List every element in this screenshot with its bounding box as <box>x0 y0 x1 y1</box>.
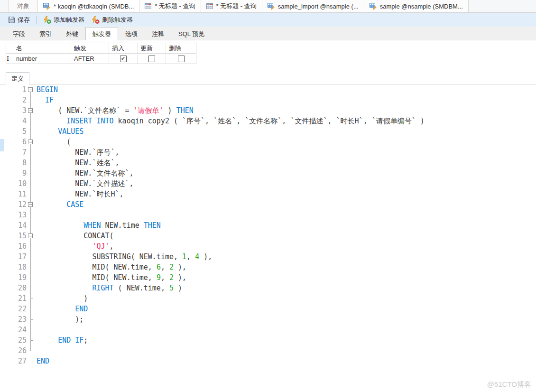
code-line[interactable]: 23 ); <box>0 314 536 325</box>
fold-marker[interactable] <box>27 293 35 304</box>
fold-marker[interactable] <box>27 199 35 210</box>
code-line[interactable]: 27END <box>0 356 536 366</box>
table-edit-icon <box>370 2 377 10</box>
code-text: MID( NEW.time, 9, 2 ), <box>37 272 186 283</box>
code-line[interactable]: 12 CASE <box>0 199 536 210</box>
update-checkbox[interactable] <box>148 56 155 62</box>
column-header-fires[interactable]: 触发 <box>71 43 109 53</box>
sql-code-editor[interactable]: 1BEGIN2 IF3 ( NEW.`文件名称` = '请假单' ) THEN4… <box>0 84 536 392</box>
tab-triggers[interactable]: 触发器 <box>85 27 118 40</box>
code-line[interactable]: 9 NEW.`文件名称`, <box>0 168 536 178</box>
fold-marker[interactable] <box>27 241 35 252</box>
save-button[interactable]: 保存 <box>5 14 33 26</box>
code-line[interactable]: 24 <box>0 325 536 335</box>
column-header-name[interactable]: 名 <box>13 43 71 53</box>
code-line[interactable]: 2 IF <box>0 95 536 105</box>
trigger-grid: 名 触发 插入 更新 删除 I number AFTER ✔ <box>6 43 196 64</box>
column-header-update[interactable]: 更新 <box>138 43 166 53</box>
code-line[interactable]: 1BEGIN <box>0 84 536 95</box>
tab-sql-preview[interactable]: SQL 预览 <box>171 27 212 40</box>
code-text: END IF; <box>37 335 88 345</box>
fold-marker[interactable] <box>27 231 35 241</box>
fold-marker[interactable] <box>27 314 35 325</box>
code-line[interactable]: 21 ) <box>0 293 536 304</box>
fold-marker[interactable] <box>27 272 35 283</box>
insert-checkbox[interactable]: ✔ <box>120 56 127 62</box>
trigger-timing-cell[interactable]: AFTER <box>71 54 109 64</box>
definition-tab-strip <box>0 72 536 84</box>
row-selector-cell[interactable]: I <box>6 54 13 64</box>
code-line[interactable]: 6 ( <box>0 137 536 147</box>
add-trigger-icon <box>43 16 51 24</box>
line-number: 3 <box>0 105 27 116</box>
fold-marker[interactable] <box>27 168 35 178</box>
tab-options[interactable]: 选项 <box>118 27 145 40</box>
doc-tab-6[interactable]: sample @nsample (SMDBM... <box>364 0 469 12</box>
code-line[interactable]: 4 INSERT INTO kaoqin_copy2 ( `序号`, `姓名`,… <box>0 116 536 126</box>
fold-marker[interactable] <box>27 210 35 220</box>
code-line[interactable]: 5 VALUES <box>0 126 536 137</box>
doc-tab-2[interactable]: * kaoqin @tdkaoqin (SMDB... <box>38 0 139 12</box>
fold-marker[interactable] <box>27 158 35 168</box>
fold-marker[interactable] <box>27 345 35 356</box>
code-line[interactable]: 8 NEW.`姓名`, <box>0 158 536 168</box>
fold-marker[interactable] <box>27 335 35 345</box>
doc-tab-4[interactable]: * 无标题 - 查询 <box>201 0 262 12</box>
fold-marker[interactable] <box>27 189 35 199</box>
left-panel-indicator <box>0 139 4 151</box>
code-line[interactable]: 11 NEW.`时长H`, <box>0 189 536 199</box>
fold-marker[interactable] <box>27 147 35 158</box>
fold-marker[interactable] <box>27 262 35 272</box>
query-icon <box>145 3 152 10</box>
code-line[interactable]: 3 ( NEW.`文件名称` = '请假单' ) THEN <box>0 105 536 116</box>
fold-marker[interactable] <box>27 137 35 147</box>
fold-marker[interactable] <box>27 304 35 314</box>
column-header-insert[interactable]: 插入 <box>109 43 138 53</box>
toolbar-separator <box>36 16 37 24</box>
code-line[interactable]: 19 MID( NEW.time, 9, 2 ), <box>0 272 536 283</box>
fold-marker[interactable] <box>27 252 35 262</box>
code-line[interactable]: 26 <box>0 345 536 356</box>
code-line[interactable]: 17 SUBSTRING( NEW.time, 1, 4 ), <box>0 252 536 262</box>
fold-marker[interactable] <box>27 84 35 95</box>
tab-foreign-keys[interactable]: 外键 <box>59 27 85 40</box>
line-number: 16 <box>0 241 27 252</box>
fold-marker[interactable] <box>27 283 35 293</box>
fold-marker[interactable] <box>27 178 35 189</box>
fold-marker[interactable] <box>27 126 35 137</box>
doc-tab-3[interactable]: * 无标题 - 查询 <box>139 0 201 12</box>
fold-marker[interactable] <box>27 325 35 335</box>
code-line[interactable]: 14 WHEN NEW.time THEN <box>0 220 536 231</box>
code-line[interactable]: 25 END IF; <box>0 335 536 345</box>
fold-marker[interactable] <box>27 105 35 116</box>
fold-marker[interactable] <box>27 95 35 105</box>
tab-definition[interactable]: 定义 <box>6 72 29 84</box>
doc-tab-5[interactable]: sample_import @nsample (... <box>262 0 364 12</box>
code-line[interactable]: 22 END <box>0 304 536 314</box>
table-row[interactable]: I number AFTER ✔ <box>6 54 196 64</box>
add-trigger-button[interactable]: 添加触发器 <box>39 14 88 26</box>
line-number: 9 <box>0 168 27 178</box>
code-line[interactable]: 13 <box>0 210 536 220</box>
trigger-name-cell[interactable]: number <box>13 54 71 64</box>
fold-marker[interactable] <box>27 220 35 231</box>
code-line[interactable]: 10 NEW.`文件描述`, <box>0 178 536 189</box>
fold-marker[interactable] <box>27 356 35 366</box>
delete-trigger-button[interactable]: 删除触发器 <box>88 14 136 26</box>
code-line[interactable]: 18 MID( NEW.time, 6, 2 ), <box>0 262 536 272</box>
code-line[interactable]: 7 NEW.`序号`, <box>0 147 536 158</box>
code-line[interactable]: 15 CONCAT( <box>0 231 536 241</box>
code-text: NEW.`文件名称`, <box>37 168 134 178</box>
doc-tab-1[interactable]: 对象 <box>9 0 38 12</box>
tab-fields[interactable]: 字段 <box>6 27 32 40</box>
delete-checkbox[interactable] <box>178 56 185 62</box>
tab-indexes[interactable]: 索引 <box>32 27 59 40</box>
line-number: 17 <box>0 252 27 262</box>
code-line[interactable]: 20 RIGHT ( NEW.time, 5 ) <box>0 283 536 293</box>
tab-comment[interactable]: 注释 <box>145 27 171 40</box>
code-line[interactable]: 16 'QJ', <box>0 241 536 252</box>
code-text: CASE <box>37 199 83 210</box>
column-header-delete[interactable]: 删除 <box>166 43 196 53</box>
fold-marker[interactable] <box>27 116 35 126</box>
line-number: 7 <box>0 147 27 158</box>
